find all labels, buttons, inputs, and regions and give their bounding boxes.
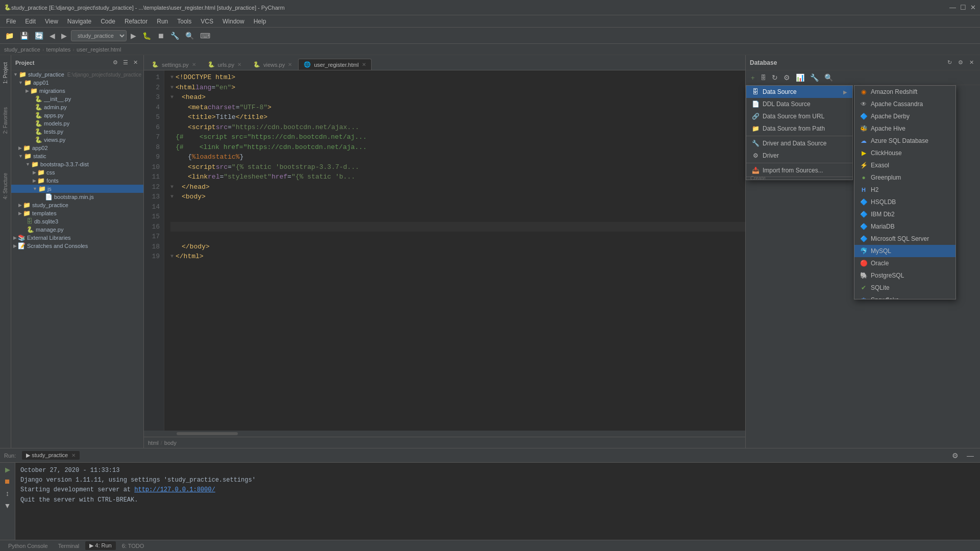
tree-app01[interactable]: ▼ 📁 app01 <box>11 79 143 87</box>
menu-item-data-source[interactable]: 🗄 Data Source ▶ <box>746 86 852 98</box>
tree-root[interactable]: ▼ 📁 study_practice E:\django_project\stu… <box>11 70 143 79</box>
submenu-ibm-db2[interactable]: 🔷 IBM Db2 <box>854 208 955 220</box>
tree-scratches[interactable]: ▶ 📝 Scratches and Consoles <box>11 242 143 250</box>
run-scroll-button[interactable]: ↕ <box>4 488 11 498</box>
run-tab[interactable]: ▶ study_practice ✕ <box>22 451 80 460</box>
db-close-button[interactable]: ✕ <box>967 58 976 67</box>
menu-refactor[interactable]: Refactor <box>120 17 152 26</box>
debug-button[interactable]: 🐛 <box>140 31 153 41</box>
submenu-hsqldb[interactable]: 🔷 HSQLDB <box>854 196 955 208</box>
submenu-snowflake[interactable]: ❄ Snowflake <box>854 294 955 299</box>
code-hscrollbar[interactable] <box>144 431 745 437</box>
menu-edit[interactable]: Edit <box>21 17 40 26</box>
submenu-azure-sql[interactable]: ☁ Azure SQL Database <box>854 135 955 147</box>
run-tab-close[interactable]: ✕ <box>71 453 76 458</box>
tab-views-close[interactable]: ✕ <box>288 62 292 67</box>
terminal-content[interactable]: October 27, 2020 - 11:33:13 Django versi… <box>15 463 980 540</box>
menu-navigate[interactable]: Navigate <box>63 17 95 26</box>
project-tab[interactable]: 1: Project <box>2 59 9 87</box>
db-refresh-button[interactable]: ↻ <box>770 72 780 83</box>
submenu-oracle[interactable]: 🔴 Oracle <box>854 257 955 269</box>
code-line-16[interactable]: ▼ <box>170 222 745 232</box>
db-query-button[interactable]: 📊 <box>794 72 806 83</box>
run-minimize-button[interactable]: — <box>965 450 976 461</box>
search-button[interactable]: 🔍 <box>183 31 196 41</box>
tab-user-register-close[interactable]: ✕ <box>362 62 366 67</box>
run-play-button[interactable]: ▶ <box>3 465 12 474</box>
tab-urls-close[interactable]: ✕ <box>237 62 241 67</box>
save-button[interactable]: 💾 <box>18 31 31 41</box>
todo-tab[interactable]: 6: TODO <box>118 542 149 550</box>
tab-urls[interactable]: 🐍 urls.py ✕ <box>202 59 247 70</box>
submenu-microsoft-sql[interactable]: 🔷 Microsoft SQL Server <box>854 233 955 245</box>
submenu-apache-hive[interactable]: 🐝 Apache Hive <box>854 122 955 135</box>
tab-settings[interactable]: 🐍 settings.py ✕ <box>146 59 202 70</box>
db-sync-button[interactable]: ↻ <box>945 58 954 67</box>
submenu-clickhouse[interactable]: ▶ ClickHouse <box>854 147 955 159</box>
db-settings-button[interactable]: ⚙ <box>956 58 965 67</box>
run-tab-4[interactable]: ▶ 4: Run <box>85 541 115 550</box>
project-gear-button[interactable]: ⚙ <box>111 59 119 66</box>
menu-window[interactable]: Window <box>218 17 249 26</box>
submenu-mariadb[interactable]: 🔷 MariaDB <box>854 220 955 233</box>
run-button[interactable]: ▶ <box>129 31 138 41</box>
menu-file[interactable]: File <box>2 17 20 26</box>
project-close-button[interactable]: ✕ <box>132 59 139 66</box>
tree-manage[interactable]: 🐍 manage.py <box>11 226 143 234</box>
submenu-h2[interactable]: H H2 <box>854 184 955 196</box>
breadcrumb-root[interactable]: study_practice <box>4 46 40 53</box>
stop-button[interactable]: ⏹ <box>155 31 166 41</box>
run-stop-button[interactable]: ⏹ <box>2 477 13 486</box>
window-controls[interactable]: — ☐ ✕ <box>949 4 976 11</box>
tab-settings-close[interactable]: ✕ <box>192 62 196 67</box>
submenu-apache-derby[interactable]: 🔷 Apache Derby <box>854 110 955 122</box>
maximize-button[interactable]: ☐ <box>960 4 966 11</box>
tree-fonts[interactable]: ▶ 📁 fonts <box>11 177 143 185</box>
tab-user-register[interactable]: 🌐 user_register.html ✕ <box>298 59 371 70</box>
terminal-tab[interactable]: Terminal <box>54 542 84 550</box>
tree-db-sqlite[interactable]: 🗄 db.sqlite3 <box>11 217 143 226</box>
menu-tools[interactable]: Tools <box>173 17 195 26</box>
submenu-postgresql[interactable]: 🐘 PostgreSQL <box>854 269 955 282</box>
tree-apps[interactable]: 🐍 apps.py <box>11 111 143 119</box>
submenu-amazon-redshift[interactable]: ◉ Amazon Redshift <box>854 86 955 98</box>
menu-item-ddl[interactable]: 📄 DDL Data Source <box>746 98 852 110</box>
db-table-button[interactable]: 🗄 <box>758 73 768 82</box>
tree-css[interactable]: ▶ 📁 css <box>11 168 143 177</box>
project-layout-button[interactable]: ☰ <box>121 59 130 66</box>
server-link[interactable]: http://127.0.0.1:8000/ <box>134 486 215 493</box>
structure-tab[interactable]: 4: Structure <box>2 170 9 203</box>
code-hscroll-thumb[interactable] <box>177 432 238 435</box>
menu-view[interactable]: View <box>41 17 62 26</box>
run-filter-button[interactable]: ▼ <box>2 500 13 511</box>
project-selector[interactable]: study_practice <box>71 30 127 41</box>
menu-item-driver-ds[interactable]: 🔧 Driver and Data Source <box>746 137 852 149</box>
tree-study-practice-pkg[interactable]: ▶ 📁 study_practice <box>11 201 143 209</box>
close-button[interactable]: ✕ <box>970 4 976 11</box>
favorites-tab[interactable]: 2: Favorites <box>2 104 9 137</box>
minimize-button[interactable]: — <box>949 4 956 11</box>
tree-views[interactable]: 🐍 views.py <box>11 136 143 144</box>
menu-code[interactable]: Code <box>96 17 119 26</box>
tree-static[interactable]: ▼ 📁 static <box>11 152 143 160</box>
submenu-apache-cassandra[interactable]: 👁 Apache Cassandra <box>854 98 955 110</box>
breadcrumb-templates[interactable]: templates <box>46 46 71 53</box>
menu-run[interactable]: Run <box>153 17 172 26</box>
tab-views[interactable]: 🐍 views.py ✕ <box>248 59 298 70</box>
settings-button[interactable]: 🔧 <box>168 31 181 41</box>
submenu-sqlite[interactable]: ✔ SQLite <box>854 282 955 294</box>
tree-admin[interactable]: 🐍 admin.py <box>11 103 143 111</box>
menu-item-import[interactable]: 📥 Import from Sources... <box>746 164 852 177</box>
tree-js[interactable]: ▼ 📁 js <box>11 185 143 193</box>
tree-models[interactable]: 🐍 models.py <box>11 119 143 128</box>
menu-item-url[interactable]: 🔗 Data Source from URL <box>746 110 852 122</box>
submenu-mysql[interactable]: 🐬 MySQL <box>854 245 955 257</box>
menu-help[interactable]: Help <box>250 17 271 26</box>
db-search-button[interactable]: 🔍 <box>822 72 835 83</box>
tree-bootstrap-dist[interactable]: ▼ 📁 bootstrap-3.3.7-dist <box>11 160 143 168</box>
submenu-exasol[interactable]: ⚡ Exasol <box>854 159 955 171</box>
tree-ext-libs[interactable]: ▶ 📚 External Libraries <box>11 234 143 242</box>
db-add-button[interactable]: + <box>749 73 757 83</box>
python-console-tab[interactable]: Python Console <box>4 542 52 550</box>
db-filter-button[interactable]: ⚙ <box>781 72 792 83</box>
